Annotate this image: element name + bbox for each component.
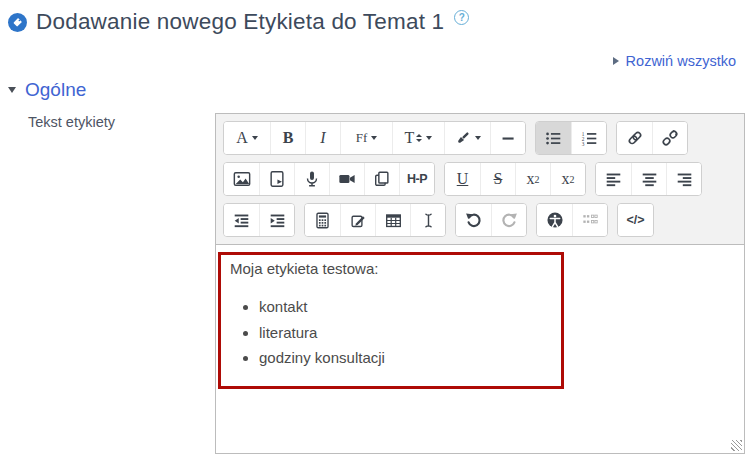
bold-button[interactable]: B (270, 122, 305, 154)
label-text-paragraph: Moja etykieta testowa: (230, 259, 552, 279)
undo-icon (465, 211, 483, 229)
redo-button[interactable] (491, 204, 526, 236)
toolbar-row-1: A B I Ff T (223, 121, 737, 155)
accessibility-checker-button[interactable] (537, 204, 572, 236)
subscript-button[interactable]: x2 (515, 163, 550, 195)
list-item: literatura (259, 322, 552, 343)
page-header: Dodawanie nowego Etykieta do Temat 1 ? (8, 9, 469, 35)
font-group: A B I Ff T (223, 121, 526, 155)
link-group (616, 121, 688, 155)
resize-handle[interactable] (731, 440, 742, 451)
list-item: godziny konsultacji (259, 347, 552, 368)
align-left-button[interactable] (596, 163, 631, 195)
indent-button[interactable] (259, 204, 294, 236)
braille-dots-icon (581, 211, 599, 229)
tag-icon (12, 17, 23, 28)
paintbrush-icon (454, 130, 471, 147)
align-right-icon (676, 171, 693, 188)
outdent-button[interactable] (224, 204, 259, 236)
accessibility-group (536, 203, 608, 237)
superscript-num-glyph: 2 (570, 174, 575, 185)
size-up-down-icon (416, 134, 422, 142)
superscript-button[interactable]: x2 (550, 163, 585, 195)
caret-down-icon (426, 136, 432, 140)
toolbar-row-3: </> (223, 203, 737, 237)
text-format-group: U S x2 x2 (444, 162, 586, 196)
page-title: Dodawanie nowego Etykieta do Temat 1 (36, 9, 444, 35)
list-item: kontakt (259, 296, 552, 317)
unlink-button[interactable] (652, 122, 687, 154)
strikethrough-button[interactable]: S (480, 163, 515, 195)
expand-all[interactable]: Rozwiń wszystko (613, 53, 736, 69)
table-icon (385, 212, 402, 229)
ordered-list-button[interactable]: 1 2 3 (571, 122, 606, 154)
pencil-square-icon (350, 212, 367, 229)
horizontal-rule-icon (500, 130, 517, 147)
annotation-red-box: Moja etykieta testowa: kontakt literatur… (218, 252, 564, 389)
unordered-list-button[interactable] (536, 122, 571, 154)
paragraph-styles-button[interactable]: A (224, 122, 270, 154)
font-family-button[interactable]: Ff (340, 122, 392, 154)
align-center-icon (641, 171, 658, 188)
section-title: Ogólne (25, 79, 86, 101)
align-center-button[interactable] (631, 163, 666, 195)
unlink-icon (661, 129, 679, 147)
underline-button[interactable]: U (445, 163, 480, 195)
font-family-glyph: Ff (356, 130, 368, 146)
equation-button[interactable] (305, 204, 340, 236)
list-group: 1 2 3 (535, 121, 607, 155)
svg-text:3: 3 (581, 140, 584, 146)
link-button[interactable] (617, 122, 652, 154)
edit-chemistry-button[interactable] (340, 204, 375, 236)
calculator-icon (314, 212, 331, 229)
toolbar-row-2: H-P U S x2 x2 (223, 162, 737, 196)
field-label-label-text: Tekst etykiety (28, 114, 115, 130)
styles-a-glyph: A (236, 129, 248, 147)
manage-files-button[interactable] (364, 163, 399, 195)
undo-button[interactable] (456, 204, 491, 236)
image-icon (233, 170, 251, 188)
label-bullet-list: kontakt literatura godziny konsultacji (230, 296, 552, 368)
insert-group (304, 203, 446, 237)
editor-content-area[interactable]: Moja etykieta testowa: kontakt literatur… (215, 245, 745, 454)
atto-editor: A B I Ff T (215, 113, 745, 454)
indent-group (223, 203, 295, 237)
insert-image-button[interactable] (224, 163, 259, 195)
expand-all-link[interactable]: Rozwiń wszystko (626, 53, 736, 69)
link-icon (626, 129, 644, 147)
record-video-button[interactable] (329, 163, 364, 195)
record-audio-button[interactable] (294, 163, 329, 195)
caret-down-icon (475, 136, 481, 140)
indent-icon (269, 212, 286, 229)
outdent-icon (233, 212, 250, 229)
caret-down-icon (252, 136, 258, 140)
font-size-glyph: T (405, 129, 415, 147)
redo-icon (500, 211, 518, 229)
superscript-base-glyph: x (562, 170, 570, 188)
history-group (455, 203, 527, 237)
highlight-brush-button[interactable] (444, 122, 490, 154)
text-cursor-icon (420, 212, 437, 229)
align-left-icon (605, 171, 622, 188)
align-right-button[interactable] (666, 163, 701, 195)
section-general-toggle[interactable]: Ogólne (8, 79, 86, 101)
label-activity-icon (8, 13, 27, 32)
horizontal-rule-button[interactable] (490, 122, 525, 154)
italic-button[interactable]: I (305, 122, 340, 154)
special-character-button[interactable] (410, 204, 445, 236)
help-icon[interactable]: ? (454, 10, 469, 25)
table-button[interactable] (375, 204, 410, 236)
media-group: H-P (223, 162, 435, 196)
numbered-list-icon: 1 2 3 (581, 130, 598, 147)
atto-toolbar: A B I Ff T (215, 113, 745, 245)
html-source-button[interactable]: </> (618, 204, 653, 236)
bullet-list-icon (545, 130, 562, 147)
subscript-base-glyph: x (527, 170, 535, 188)
h5p-button[interactable]: H-P (399, 163, 434, 195)
caret-down-icon (371, 136, 377, 140)
screenreader-helper-button[interactable] (572, 204, 607, 236)
accessibility-icon (546, 211, 564, 229)
font-size-button[interactable]: T (392, 122, 444, 154)
video-camera-icon (338, 170, 356, 188)
insert-media-button[interactable] (259, 163, 294, 195)
